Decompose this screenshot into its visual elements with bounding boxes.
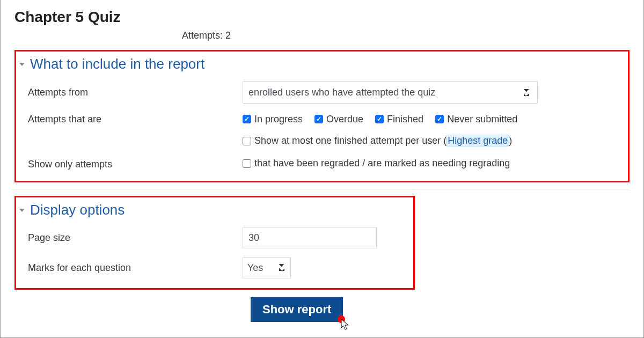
page-size-input[interactable] (243, 227, 377, 248)
attempts-from-select[interactable]: enrolled users who have attempted the qu… (243, 81, 538, 104)
page-title: Chapter 5 Quiz (14, 0, 630, 26)
section-toggle-include[interactable]: What to include in the report (19, 56, 623, 72)
section-heading-display: Display options (30, 202, 125, 218)
marks-select[interactable]: Yes (243, 257, 291, 278)
checkbox-in-progress-label: In progress (254, 114, 303, 125)
checkbox-overdue-label: Overdue (326, 114, 363, 125)
one-per-user-text: Show at most one finished attempt per us… (254, 135, 441, 146)
checkbox-regraded[interactable] (243, 159, 251, 168)
checkbox-in-progress[interactable] (243, 115, 251, 123)
highest-grade-link[interactable]: Highest grade (447, 135, 509, 146)
checkbox-finished-label: Finished (387, 114, 423, 125)
display-options-section: Display options Page size Marks for each… (14, 196, 415, 290)
page-size-label: Page size (28, 232, 243, 244)
checkbox-overdue[interactable] (314, 115, 323, 123)
chevron-down-icon (19, 209, 25, 212)
regraded-text: that have been regraded / are marked as … (254, 158, 510, 169)
show-only-label: Show only attempts (28, 159, 243, 170)
checkbox-finished[interactable] (375, 115, 384, 123)
include-in-report-section: What to include in the report Attempts f… (14, 50, 630, 182)
checkbox-one-per-user[interactable] (243, 137, 251, 145)
marks-label: Marks for each question (28, 262, 243, 274)
section-divider (14, 189, 630, 189)
show-report-button[interactable]: Show report (251, 297, 343, 322)
attempts-from-label: Attempts from (28, 87, 243, 98)
cursor-arrow-icon (341, 319, 350, 330)
attempts-that-are-label: Attempts that are (28, 114, 243, 125)
chevron-down-icon (19, 63, 25, 66)
checkbox-never-submitted[interactable] (435, 115, 444, 123)
section-toggle-display[interactable]: Display options (19, 202, 408, 218)
checkbox-never-submitted-label: Never submitted (447, 114, 517, 125)
paren-close: ) (509, 135, 512, 146)
attempts-count: Attempts: 2 (182, 30, 630, 41)
section-heading-include: What to include in the report (30, 56, 204, 72)
